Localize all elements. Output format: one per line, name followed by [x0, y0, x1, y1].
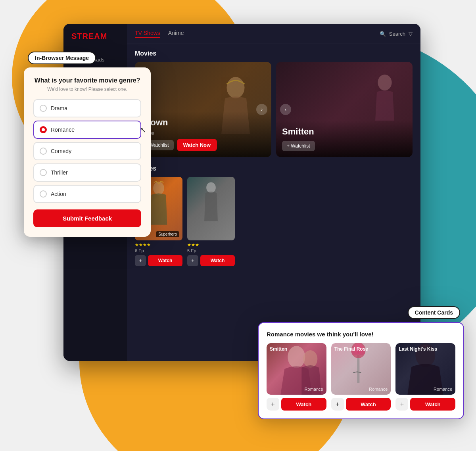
cc-lastnightkiss-add-button[interactable]: + [395, 398, 408, 411]
cc-panel: Romance movies we think you'll love! Smi… [258, 322, 464, 419]
tab-anime[interactable]: Anime [168, 30, 184, 38]
ibm-subtitle: We'd love to know! Please select one. [33, 86, 141, 92]
smitten-overlay: Smitten + Watchlist [276, 121, 413, 157]
nav-tabs: TV Shows Anime [135, 30, 184, 38]
cc-lastnightkiss-thumb: Last Night's Kiss Romance [395, 343, 455, 395]
hero-card-smitten: Smitten + Watchlist ‹ [276, 62, 413, 157]
cc-smitten-add-button[interactable]: + [267, 398, 279, 411]
dot-3 [151, 132, 154, 135]
chernobyl-figure [199, 181, 223, 225]
hero-card-crown: Crown + Watchlist Watch Now › [135, 62, 271, 157]
cc-smitten-thumb: Smitten Romance [267, 343, 326, 395]
smitten-watchlist-button[interactable]: + Watchlist [282, 141, 315, 151]
featured-section-title: Movies [135, 50, 413, 57]
radio-label-drama: Drama [51, 105, 67, 111]
radio-label-action: Action [51, 191, 66, 197]
cc-movie-smitten: Smitten Romance + Watch [267, 343, 326, 411]
cc-smitten-actions: + Watch [267, 398, 326, 411]
radio-circle-romance [40, 126, 47, 133]
loki-actions: + Watch [135, 255, 182, 266]
cc-panel-title: Romance movies we think you'll love! [267, 331, 455, 338]
svg-point-4 [288, 346, 305, 368]
loki-episodes: 6 Ep [135, 248, 182, 253]
radio-option-thriller[interactable]: Thriller [33, 163, 141, 182]
movie-card-chernobyl: ★★★ 5 Ep + Watch [187, 177, 235, 266]
search-icon: 🔍 [380, 31, 386, 37]
radio-label-thriller: Thriller [51, 169, 68, 176]
cc-finalrose-watch-button[interactable]: Watch [346, 398, 391, 411]
svg-point-1 [378, 75, 392, 90]
radio-option-action[interactable]: Action [33, 185, 141, 203]
chernobyl-watch-button[interactable]: Watch [200, 255, 235, 266]
movies-section: Movies Superhero ★★★★ 6 [135, 165, 413, 266]
movies-section-title: Movies [135, 165, 413, 172]
ibm-label: In-Browser Message [28, 52, 96, 64]
cc-finalrose-add-button[interactable]: + [331, 398, 344, 411]
cc-smitten-genre: Romance [305, 387, 323, 392]
in-browser-message: In-Browser Message What is your favorite… [24, 52, 151, 237]
radio-circle-drama [40, 105, 47, 112]
radio-circle-action [40, 190, 47, 198]
chernobyl-add-button[interactable]: + [187, 255, 198, 266]
radio-circle-comedy [40, 148, 47, 155]
search-area: 🔍 Search ▽ [380, 31, 413, 37]
filter-icon[interactable]: ▽ [409, 31, 413, 37]
content-cards-container: Content Cards Romance movies we think yo… [258, 306, 464, 419]
loki-add-button[interactable]: + [135, 255, 146, 266]
content-area: Movies Crown [127, 44, 420, 272]
crown-nav-right[interactable]: › [256, 104, 267, 115]
hero-cards: Crown + Watchlist Watch Now › [135, 62, 413, 157]
loki-watch-button[interactable]: Watch [148, 255, 182, 266]
svg-point-5 [303, 350, 317, 368]
radio-option-comedy[interactable]: Comedy [33, 142, 141, 160]
loki-stars: ★★★★ [135, 242, 182, 248]
tab-tvshows[interactable]: TV Shows [135, 30, 160, 38]
smitten-title: Smitten [282, 127, 407, 137]
app-topbar: TV Shows Anime 🔍 Search ▽ [127, 24, 420, 44]
chernobyl-thumbnail [187, 177, 235, 240]
cc-finalrose-genre: Romance [369, 387, 388, 392]
ibm-question: What is your favorite movie genre? [33, 77, 141, 84]
chernobyl-stars: ★★★ [187, 242, 235, 248]
smitten-nav-left[interactable]: ‹ [280, 104, 291, 115]
crown-overlay: Crown + Watchlist Watch Now [135, 111, 271, 157]
chernobyl-actions: + Watch [187, 255, 235, 266]
cc-label: Content Cards [408, 306, 460, 319]
radio-label-comedy: Comedy [51, 148, 71, 154]
cc-movies-list: Smitten Romance + Watch [267, 343, 455, 411]
cc-smitten-watch-button[interactable]: Watch [281, 398, 326, 411]
ibm-panel: What is your favorite movie genre? We'd … [24, 67, 151, 237]
cc-lastnightkiss-genre: Romance [434, 387, 452, 392]
cc-lastnightkiss-actions: + Watch [395, 398, 455, 411]
cursor-icon: ↖ [140, 125, 146, 134]
radio-circle-thriller [40, 169, 47, 176]
movie-cards-list: Superhero ★★★★ 6 Ep + Watch [135, 177, 413, 266]
crown-actions: + Watchlist Watch Now [141, 139, 265, 151]
cc-finalrose-name: The Final Rose [334, 346, 368, 352]
search-label[interactable]: Search [389, 31, 405, 37]
svg-point-3 [206, 182, 216, 193]
cc-movie-finalrose: The Final Rose Romance + Watch [331, 343, 391, 411]
cc-movie-lastnightkiss: Last Night's Kiss Romance + Watch [395, 343, 455, 411]
app-logo: STREAM [63, 32, 127, 49]
crown-title: Crown [141, 117, 265, 128]
smitten-actions: + Watchlist [282, 141, 407, 151]
cc-finalrose-actions: + Watch [331, 398, 391, 411]
chernobyl-episodes: 5 Ep [187, 248, 235, 253]
cc-finalrose-thumb: The Final Rose Romance [331, 343, 391, 395]
cc-lastnightkiss-watch-button[interactable]: Watch [410, 398, 455, 411]
crown-dots [141, 132, 265, 135]
radio-option-romance[interactable]: Romance ↖ [33, 121, 141, 139]
cc-lastnightkiss-name: Last Night's Kiss [399, 346, 437, 352]
cc-smitten-name: Smitten [270, 346, 287, 352]
submit-feedback-button[interactable]: Submit Feedback [33, 209, 141, 227]
radio-option-drama[interactable]: Drama [33, 99, 141, 117]
radio-label-romance: Romance [51, 127, 75, 133]
loki-badge: Superhero [156, 231, 179, 237]
crown-watch-now-button[interactable]: Watch Now [177, 139, 217, 151]
